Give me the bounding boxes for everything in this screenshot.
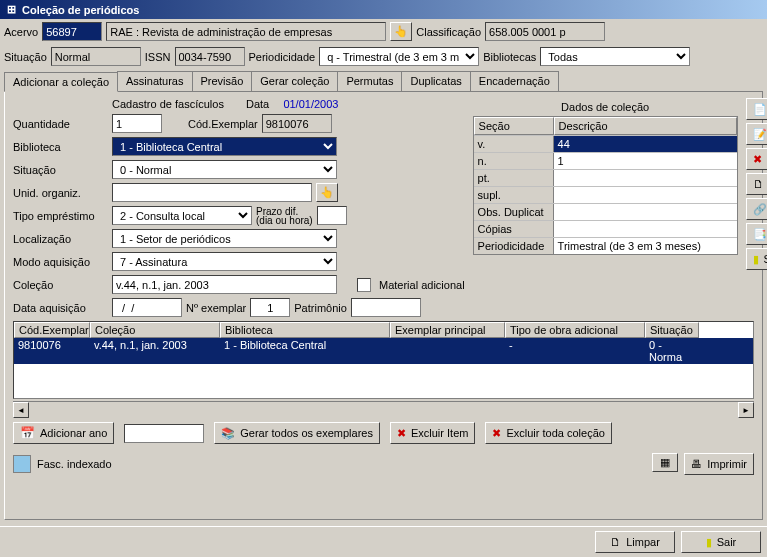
bib-form-label: Biblioteca	[13, 141, 108, 153]
inserir-button[interactable]: 📄Inserir	[746, 98, 767, 120]
class-input	[485, 22, 605, 41]
title-bar: ⊞ Coleção de periódicos	[0, 0, 767, 19]
tab-previsao[interactable]: Previsão	[192, 71, 253, 91]
local-label: Localização	[13, 233, 108, 245]
grid-row[interactable]: PeriodicidadeTrimestral (de 3 em 3 meses…	[474, 237, 737, 254]
print-icon: 🖶	[691, 458, 702, 470]
acervo-label: Acervo	[4, 26, 38, 38]
scroll-right-icon[interactable]: ►	[738, 402, 754, 418]
imprimir-button[interactable]: 🖶Imprimir	[684, 453, 754, 475]
local-select[interactable]: 1 - Setor de periódicos	[112, 229, 337, 248]
edit-icon: 📝	[753, 128, 767, 141]
period-label: Periodicidade	[249, 51, 316, 63]
excluir-toda-button[interactable]: ✖Excluir toda coleção	[485, 422, 611, 444]
grid-row[interactable]: supl.	[474, 186, 737, 203]
material-label: Material adicional	[379, 279, 465, 291]
duplicatas-button[interactable]: 📑Duplicatas	[746, 223, 767, 245]
tab-adicionar[interactable]: Adicionar a coleção	[4, 72, 118, 92]
grid-toggle-button[interactable]: ▦	[652, 453, 678, 472]
tipo-label: Tipo empréstimo	[13, 210, 108, 222]
footer-sair-button[interactable]: ▮Sair	[681, 531, 761, 553]
dataaq-input[interactable]	[112, 298, 182, 317]
fasc-color-indicator	[13, 455, 31, 473]
modo-label: Modo aquisição	[13, 256, 108, 268]
sair-button[interactable]: ▮Sair	[746, 248, 767, 270]
secao-grid: Seção Descrição v.44 n.1 pt. supl. Obs. …	[473, 116, 738, 255]
grid-row[interactable]: n.1	[474, 152, 737, 169]
bib-select[interactable]: Todas	[540, 47, 690, 66]
data-heading: Data	[246, 98, 269, 110]
grid-hdr-secao: Seção	[474, 117, 554, 135]
prazo-label: Prazo dif.(dia ou hora)	[256, 207, 313, 225]
nex-input[interactable]	[250, 298, 290, 317]
tipo-select[interactable]: 2 - Consulta local	[112, 206, 252, 225]
prazo-input[interactable]	[317, 206, 347, 225]
limpar-button[interactable]: 🗋Limpar	[746, 173, 767, 195]
class-label: Classificação	[416, 26, 481, 38]
app-icon: ⊞	[4, 3, 18, 17]
clear-icon: 🗋	[610, 536, 621, 548]
excluir-item-button[interactable]: ✖Excluir Item	[390, 422, 475, 444]
hscrollbar[interactable]: ◄ ►	[13, 401, 754, 417]
exit-icon: ▮	[753, 253, 759, 266]
tab-gerar[interactable]: Gerar coleção	[251, 71, 338, 91]
unid-lookup-button[interactable]: 👆	[316, 183, 338, 202]
dataaq-label: Data aquisição	[13, 302, 108, 314]
table-row[interactable]: 9810076 v.44, n.1, jan. 2003 1 - Bibliot…	[14, 338, 753, 364]
period-select[interactable]: q - Trimestral (de 3 em 3 mes	[319, 47, 479, 66]
calendar-icon: 📅	[20, 426, 35, 440]
codex-input	[262, 114, 332, 133]
grid-row[interactable]: v.44	[474, 135, 737, 152]
exit-icon: ▮	[706, 536, 712, 549]
exemplar-table: Cód.Exemplar Coleção Biblioteca Exemplar…	[13, 321, 754, 399]
tab-permutas[interactable]: Permutas	[337, 71, 402, 91]
colecao-input[interactable]	[112, 275, 337, 294]
patr-input[interactable]	[351, 298, 421, 317]
delete-icon: ✖	[397, 427, 406, 440]
delete-icon: ✖	[753, 153, 762, 166]
window-title: Coleção de periódicos	[22, 4, 139, 16]
grid-row[interactable]: Obs. Duplicat	[474, 203, 737, 220]
col-situacao[interactable]: Situação	[645, 322, 699, 338]
unid-input[interactable]	[112, 183, 312, 202]
duplicate-icon: 📑	[753, 228, 767, 241]
tab-assinaturas[interactable]: Assinaturas	[117, 71, 192, 91]
fasc-label: Fasc. indexado	[37, 458, 112, 470]
lookup-button[interactable]: 👆	[390, 22, 412, 41]
col-tipoobra[interactable]: Tipo de obra adicional	[505, 322, 645, 338]
excluir-exemplar-button[interactable]: ✖Excluir exemplar	[746, 148, 767, 170]
grid-icon: ▦	[660, 456, 670, 469]
grid-row[interactable]: pt.	[474, 169, 737, 186]
gerar-button[interactable]: 📚Gerar todos os exemplares	[214, 422, 380, 444]
alterar-button[interactable]: 📝Alterar	[746, 123, 767, 145]
sit-form-select[interactable]: 0 - Normal	[112, 160, 337, 179]
grid-row[interactable]: Cópias	[474, 220, 737, 237]
unid-label: Unid. organiz.	[13, 187, 108, 199]
col-bib[interactable]: Biblioteca	[220, 322, 390, 338]
addano-button[interactable]: 📅Adicionar ano	[13, 422, 114, 444]
col-exprin[interactable]: Exemplar principal	[390, 322, 505, 338]
vinculos-button[interactable]: 🔗Vínculos	[746, 198, 767, 220]
grid-hdr-desc: Descrição	[554, 117, 737, 135]
acervo-input[interactable]	[42, 22, 102, 41]
tab-duplicatas[interactable]: Duplicatas	[401, 71, 470, 91]
insert-icon: 📄	[753, 103, 767, 116]
qtd-label: Quantidade	[13, 118, 108, 130]
tab-encad[interactable]: Encadernação	[470, 71, 559, 91]
issn-label: ISSN	[145, 51, 171, 63]
footer-limpar-button[interactable]: 🗋Limpar	[595, 531, 675, 553]
tabs: Adicionar a coleção Assinaturas Previsão…	[4, 71, 763, 92]
bib-form-select[interactable]: 1 - Biblioteca Central	[112, 137, 337, 156]
addano-input[interactable]	[124, 424, 204, 443]
situacao-label: Situação	[4, 51, 47, 63]
col-codex[interactable]: Cód.Exemplar	[14, 322, 90, 338]
qtd-input[interactable]	[112, 114, 162, 133]
col-colecao[interactable]: Coleção	[90, 322, 220, 338]
delete-icon: ✖	[492, 427, 501, 440]
material-checkbox[interactable]	[357, 278, 371, 292]
situacao-input	[51, 47, 141, 66]
bib-label: Bibliotecas	[483, 51, 536, 63]
modo-select[interactable]: 7 - Assinatura	[112, 252, 337, 271]
scroll-left-icon[interactable]: ◄	[13, 402, 29, 418]
footer-bar: 🗋Limpar ▮Sair	[0, 526, 767, 557]
